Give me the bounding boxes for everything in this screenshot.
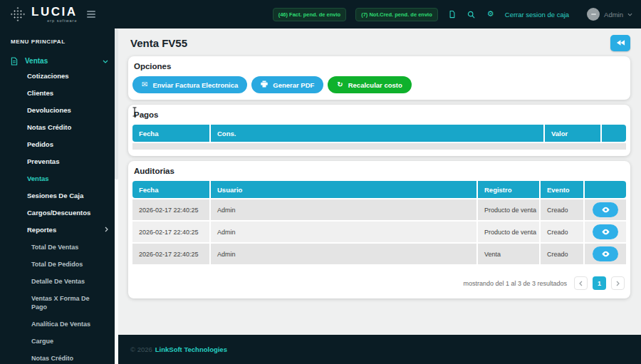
cell-usuario: Admin xyxy=(211,198,478,220)
auditorias-header-row: Fecha Usuario Registro Evento xyxy=(132,181,626,198)
sidebar-group-ventas[interactable]: Ventas xyxy=(0,54,118,68)
sidebar-item-cargos-descuentos[interactable]: Cargos/Descuentos xyxy=(0,204,118,222)
sidebar-item-total-de-ventas[interactable]: Total De Ventas xyxy=(0,239,118,256)
auditorias-col-fecha: Fecha xyxy=(132,181,211,198)
table-row: 2026-02-17 22:40:25 Admin Producto de ve… xyxy=(132,220,626,242)
body-row: MENU PRINCIPAL Ventas Cotizaciones Clien… xyxy=(0,28,641,364)
rewind-icon xyxy=(616,39,625,46)
topbar: LUCIA erp software (46) Fact. pend. de e… xyxy=(0,0,641,28)
logo-diamond-icon xyxy=(10,6,26,22)
pagination: mostrando del 1 al 3 de 3 resultados 1 xyxy=(132,276,625,290)
sidebar-item-total-de-pedidos[interactable]: Total De Pedidos xyxy=(0,256,118,273)
page-1-button[interactable]: 1 xyxy=(593,276,606,290)
chevron-left-icon xyxy=(579,281,583,286)
view-audit-button[interactable] xyxy=(593,224,618,239)
sidebar-item-detalle-de-ventas[interactable]: Detalle De Ventas xyxy=(0,273,118,290)
sidebar-item-ventas[interactable]: Ventas xyxy=(0,170,118,187)
auditorias-col-evento: Evento xyxy=(541,181,585,198)
cell-fecha: 2026-02-17 22:40:25 xyxy=(132,198,211,220)
pagos-title: Pagos xyxy=(134,110,626,119)
pending-credit-notes-badge[interactable]: (7) Not.Cred. pend. de envio xyxy=(355,8,438,21)
sidebar-group-label: Ventas xyxy=(25,57,48,65)
pagos-col-valor: Valor xyxy=(545,125,602,142)
cell-actions xyxy=(585,198,626,220)
recalculate-cost-button[interactable]: ↻ Recalcular costo xyxy=(328,76,411,93)
logo-text: LUCIA xyxy=(31,6,77,18)
opciones-buttons: ✉ Enviar Factura Electronica Generar PDF… xyxy=(132,76,626,93)
footer-brand-link[interactable]: LinkSoft Technologies xyxy=(155,345,227,353)
document-icon[interactable] xyxy=(447,9,457,19)
cell-fecha: 2026-02-17 22:40:25 xyxy=(132,220,211,242)
view-audit-button[interactable] xyxy=(593,202,618,217)
sidebar-nav: Cotizaciones Clientes Devoluciones Notas… xyxy=(0,68,118,364)
send-electronic-invoice-button[interactable]: ✉ Enviar Factura Electronica xyxy=(132,76,247,93)
pagos-header-row: Fecha Cons. Valor xyxy=(132,125,626,142)
pagos-table: Fecha Cons. Valor xyxy=(132,125,626,150)
table-row: 2026-02-17 22:40:25 Admin Producto de ve… xyxy=(132,198,626,220)
eye-icon xyxy=(601,251,610,257)
sidebar-scrollbar[interactable] xyxy=(115,28,118,364)
sidebar-scrollbar-thumb[interactable] xyxy=(115,28,118,180)
cell-evento: Creado xyxy=(541,220,585,242)
send-electronic-invoice-label: Enviar Factura Electronica xyxy=(152,81,238,89)
sidebar-item-devoluciones[interactable]: Devoluciones xyxy=(0,102,118,119)
sidebar-item-sesiones-de-caja[interactable]: Sesiones De Caja xyxy=(0,187,118,204)
file-icon xyxy=(11,57,18,66)
auditorias-col-registro: Registro xyxy=(478,181,541,198)
pagos-empty-row xyxy=(132,142,626,150)
sidebar-item-notas-credito[interactable]: Notas Crédito xyxy=(0,119,118,136)
title-row: Venta FV55 xyxy=(130,33,630,52)
topbar-right: (46) Fact. pend. de envio (7) Not.Cred. … xyxy=(273,8,632,21)
eye-icon xyxy=(601,229,610,235)
eye-icon xyxy=(601,207,610,213)
next-page-button[interactable] xyxy=(611,276,625,290)
avatar[interactable] xyxy=(587,8,600,21)
brand-logo[interactable]: LUCIA erp software xyxy=(10,6,77,23)
sidebar-item-notas-credito-reporte[interactable]: Notas Crédito xyxy=(0,350,118,364)
cell-actions xyxy=(585,220,626,242)
sidebar-item-clientes[interactable]: Clientes xyxy=(0,85,118,102)
back-button[interactable] xyxy=(610,35,630,51)
sidebar-item-ventas-x-forma-de-pago[interactable]: Ventas X Forma De Pago xyxy=(0,290,118,316)
user-name: Admin xyxy=(604,11,623,19)
envelope-icon: ✉ xyxy=(142,81,147,88)
generate-pdf-button[interactable]: Generar PDF xyxy=(251,76,323,93)
opciones-title: Opciones xyxy=(134,62,626,71)
pending-invoices-badge[interactable]: (46) Fact. pend. de envio xyxy=(273,8,347,21)
search-icon[interactable] xyxy=(467,9,476,19)
sidebar-item-analitica-de-ventas[interactable]: Analítica De Ventas xyxy=(0,316,118,333)
pagos-col-actions xyxy=(602,125,626,142)
cell-fecha: 2026-02-17 22:40:25 xyxy=(132,242,211,264)
pagos-card: Pagos Fecha Cons. Valor xyxy=(128,105,630,156)
sidebar-item-preventas[interactable]: Preventas xyxy=(0,153,118,170)
footer: © 2026 LinkSoft Technologies xyxy=(118,335,641,364)
cell-evento: Creado xyxy=(541,242,585,264)
sidebar-item-cotizaciones[interactable]: Cotizaciones xyxy=(0,68,118,85)
table-row: 2026-02-17 22:40:25 Admin Venta Creado xyxy=(132,242,626,264)
view-audit-button[interactable] xyxy=(593,246,618,261)
auditorias-title: Auditorias xyxy=(134,167,626,175)
cell-registro: Producto de venta xyxy=(478,220,541,242)
user-menu[interactable]: Admin xyxy=(587,8,632,21)
app-root: LUCIA erp software (46) Fact. pend. de e… xyxy=(0,0,641,364)
auditorias-table: Fecha Usuario Registro Evento 2026-02-17… xyxy=(132,181,626,264)
chevron-right-icon xyxy=(616,281,620,286)
close-cash-session-link[interactable]: Cerrar sesion de caja xyxy=(505,11,569,19)
gear-icon[interactable]: ⚙ xyxy=(486,9,496,19)
logo-subtitle: erp software xyxy=(47,19,77,23)
logo-text-wrap: LUCIA erp software xyxy=(31,6,77,23)
sidebar-item-cargue[interactable]: Cargue xyxy=(0,333,118,350)
cell-usuario: Admin xyxy=(211,242,478,264)
auditorias-col-usuario: Usuario xyxy=(211,181,478,198)
history-icon: ↻ xyxy=(337,81,343,88)
menu-toggle-icon[interactable] xyxy=(87,11,95,18)
sidebar-item-reportes[interactable]: Reportes xyxy=(0,222,118,239)
sidebar-item-pedidos[interactable]: Pedidos xyxy=(0,136,118,153)
cell-actions xyxy=(585,242,626,264)
page-title: Venta FV55 xyxy=(130,37,187,49)
main-content: Venta FV55 Opciones ✉ Enviar Factura Ele… xyxy=(118,28,641,335)
printer-icon xyxy=(261,80,268,89)
chevron-down-icon xyxy=(103,57,108,65)
footer-copyright: © 2026 xyxy=(130,345,152,353)
prev-page-button[interactable] xyxy=(574,276,588,290)
